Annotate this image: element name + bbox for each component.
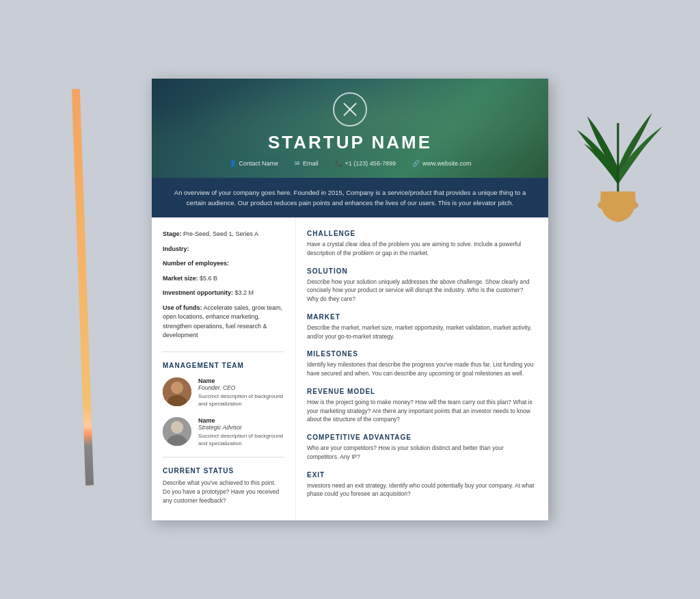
management-title: MANAGEMENT TEAM: [163, 362, 284, 369]
current-status-text: Describe what you've achieved to this po…: [163, 479, 284, 505]
member-1-name: Name: [198, 377, 284, 384]
industry-row: Industry:: [163, 245, 284, 254]
market-value: $5.6 B: [200, 275, 217, 282]
logo-circle: [333, 92, 367, 127]
team-member-1: Name Founder, CEO Succinct description o…: [163, 377, 284, 408]
contact-email: ✉ Email: [295, 160, 319, 167]
tagline-bar: An overview of your company goes here. F…: [152, 178, 548, 217]
team-member-2: Name Strategic Advisor Succinct descript…: [163, 417, 284, 447]
email-icon: ✉: [295, 160, 300, 167]
left-column: Stage: Pre-Seed, Seed 1, Series A Indust…: [152, 217, 295, 520]
current-status-section: CURRENT STATUS Describe what you've achi…: [163, 467, 284, 505]
document: STARTUP NAME 👤 Contact Name ✉ Email 📞 +1…: [152, 79, 548, 520]
person-icon: 👤: [229, 160, 237, 167]
svg-point-3: [171, 382, 183, 394]
stage-value: Pre-Seed, Seed 1, Series A: [183, 230, 258, 237]
stage-label: Stage:: [163, 230, 182, 237]
member-2-name: Name: [198, 417, 284, 424]
section-3-text: Identify key milestones that describe th…: [307, 360, 536, 378]
pencil-decoration: [72, 89, 94, 485]
member-1-desc: Succinct description of background and s…: [198, 392, 284, 408]
stage-row: Stage: Pre-Seed, Seed 1, Series A: [163, 230, 284, 239]
right-section-5: COMPETITIVE ADVANTAGEWho are your compet…: [307, 434, 536, 462]
section-2-title: MARKET: [307, 313, 536, 321]
investment-label: Investment opportunity:: [163, 289, 233, 296]
page-wrapper: STARTUP NAME 👤 Contact Name ✉ Email 📞 +1…: [0, 0, 700, 599]
right-section-3: MILESTONESIdentify key milestones that d…: [307, 350, 536, 378]
right-column: CHALLENGEHave a crystal clear idea of th…: [295, 217, 548, 520]
document-body: Stage: Pre-Seed, Seed 1, Series A Indust…: [152, 217, 548, 520]
section-2-text: Describe the market, market size, market…: [307, 323, 536, 341]
member-2-desc: Succinct description of background and s…: [198, 432, 284, 447]
right-section-1: SOLUTIONDescribe how your solution uniqu…: [307, 267, 536, 304]
section-6-text: Investors need an exit strategy. Identif…: [307, 481, 536, 499]
tagline-text: An overview of your company goes here. F…: [172, 187, 528, 208]
section-5-text: Who are your competitors? How is your so…: [307, 444, 536, 462]
svg-point-7: [171, 421, 183, 434]
right-section-4: REVENUE MODELHow is the project going to…: [307, 388, 536, 424]
phone-icon: 📞: [335, 160, 342, 167]
section-1-title: SOLUTION: [307, 267, 536, 275]
avatar-2: [163, 417, 191, 446]
right-section-0: CHALLENGEHave a crystal clear idea of th…: [307, 230, 536, 258]
company-name: STARTUP NAME: [152, 132, 548, 153]
section-4-text: How is the project going to make money? …: [307, 398, 536, 424]
current-status-title: CURRENT STATUS: [163, 467, 284, 475]
divider-1: [163, 351, 284, 352]
section-5-title: COMPETITIVE ADVANTAGE: [307, 434, 536, 441]
industry-label: Industry:: [163, 245, 189, 252]
contact-bar: 👤 Contact Name ✉ Email 📞 +1 (123) 456-78…: [152, 160, 548, 167]
contact-phone: 📞 +1 (123) 456-7899: [335, 160, 396, 167]
employees-label: Number of employees:: [163, 260, 229, 267]
divider-2: [163, 457, 284, 457]
member-2-info: Name Strategic Advisor Succinct descript…: [198, 417, 284, 447]
investment-value: $3.2 M: [235, 289, 254, 296]
market-row: Market size: $5.6 B: [163, 274, 284, 284]
member-2-title: Strategic Advisor: [198, 424, 284, 431]
contact-name: 👤 Contact Name: [229, 160, 279, 167]
section-0-text: Have a crystal clear idea of the problem…: [307, 240, 536, 258]
avatar-1: [163, 377, 191, 406]
funds-row: Use of funds: Accelerate sales, grow tea…: [163, 304, 284, 341]
right-section-6: EXITInvestors need an exit strategy. Ide…: [307, 471, 536, 499]
member-1-title: Founder, CEO: [198, 384, 284, 391]
contact-website: 🔗 www.website.com: [412, 160, 472, 167]
section-0-title: CHALLENGE: [307, 230, 536, 237]
plant-decoration: [556, 7, 679, 226]
funds-label: Use of funds:: [163, 304, 202, 311]
web-icon: 🔗: [412, 160, 420, 167]
right-section-2: MARKETDescribe the market, market size, …: [307, 313, 536, 341]
document-header: STARTUP NAME 👤 Contact Name ✉ Email 📞 +1…: [152, 79, 548, 178]
management-section: MANAGEMENT TEAM Name: [163, 362, 284, 448]
section-1-text: Describe how your solution uniquely addr…: [307, 278, 536, 304]
info-section: Stage: Pre-Seed, Seed 1, Series A Indust…: [163, 230, 284, 341]
section-4-title: REVENUE MODEL: [307, 388, 536, 395]
investment-row: Investment opportunity: $3.2 M: [163, 289, 284, 298]
section-6-title: EXIT: [307, 471, 536, 479]
market-label: Market size:: [163, 275, 198, 282]
employees-row: Number of employees:: [163, 259, 284, 269]
member-1-info: Name Founder, CEO Succinct description o…: [198, 377, 284, 408]
section-3-title: MILESTONES: [307, 350, 536, 358]
